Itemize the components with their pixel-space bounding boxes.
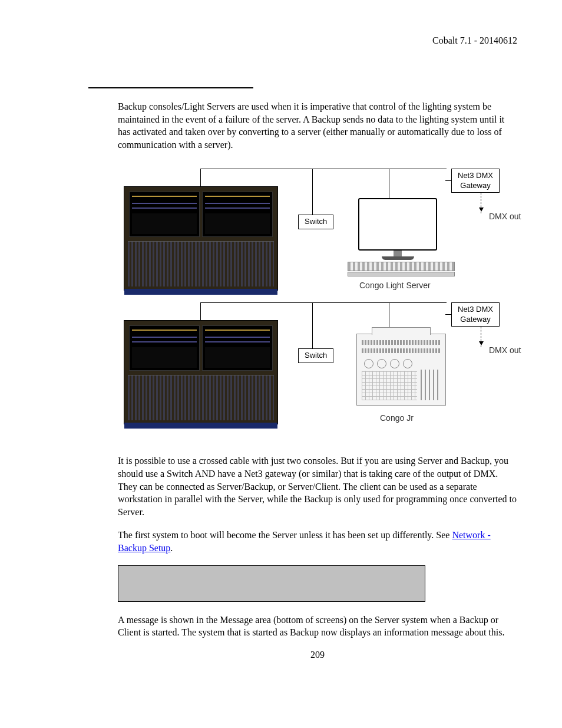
paragraph-message: A message is shown in the Message area (… [118,614,517,639]
console-screen [129,325,200,371]
gateway-line1: Net3 DMX [458,305,493,314]
rack-unit [348,262,455,271]
console-main-1 [124,186,278,291]
gateway-label-1: Net3 DMX Gateway [451,169,500,193]
message-placeholder-box [118,565,425,602]
gateway-line2: Gateway [460,181,490,190]
gateway-label-2: Net3 DMX Gateway [451,302,500,327]
rack-unit [348,272,455,276]
gateway-line1: Net3 DMX [458,171,493,180]
console-screen [202,325,273,371]
light-server-label: Congo Light Server [359,281,431,290]
text-run: . [170,543,173,553]
congo-jr-label: Congo Jr [380,413,414,423]
page-number: 209 [118,650,517,660]
console-panel [128,241,274,286]
doc-header: Cobalt 7.1 - 20140612 [45,35,517,46]
console-screen [129,192,200,237]
switch-label-1: Switch [298,215,333,229]
section-rule [88,87,253,88]
network-diagram: Switch Net3 DMX Gateway DMX out Congo Li… [124,169,524,431]
dmx-out-label-2: DMX out [489,345,521,355]
console-panel [128,375,274,420]
congo-jr-icon [356,334,446,406]
console-main-2 [124,320,278,424]
paragraph-intro: Backup consoles/Light Servers are used w… [118,100,517,151]
switch-label-2: Switch [298,348,333,363]
paragraph-crossed-cable: It is possible to use a crossed cable wi… [118,454,517,518]
gateway-line2: Gateway [460,315,490,324]
text-run: The first system to boot will become the… [118,530,452,540]
console-screen [202,192,273,237]
dmx-out-label-1: DMX out [489,212,521,221]
paragraph-boot: The first system to boot will become the… [118,529,517,554]
monitor-icon [356,198,439,266]
